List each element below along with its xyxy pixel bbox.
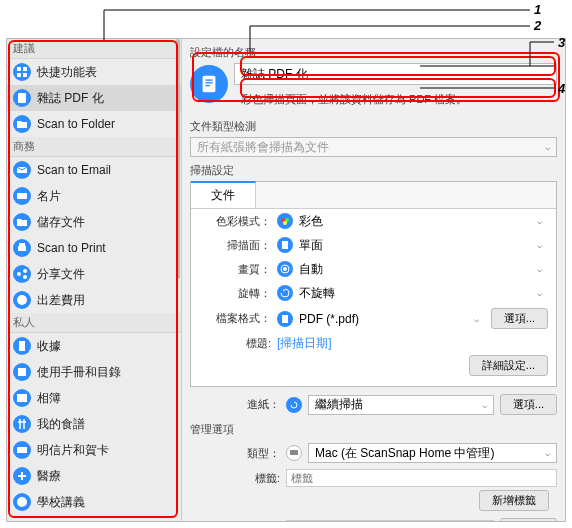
- sidebar-item-magazine-pdf[interactable]: 雜誌 PDF 化: [7, 85, 181, 111]
- sidebar-item-save-doc[interactable]: 儲存文件: [7, 209, 181, 235]
- profile-icon[interactable]: [190, 65, 228, 103]
- svg-point-12: [17, 295, 27, 305]
- svg-rect-4: [18, 93, 26, 103]
- manage-label: 管理選項: [190, 422, 557, 437]
- color-mode-label: 色彩模式：: [199, 214, 271, 229]
- rotate-label: 旋轉：: [199, 286, 271, 301]
- browse-button[interactable]: 瀏覽...: [500, 518, 557, 521]
- profile-name-input[interactable]: [234, 63, 557, 85]
- sidebar-item-recipe[interactable]: 我的食譜: [7, 411, 181, 437]
- sidebar-item-manual[interactable]: 使用手冊和目錄: [7, 359, 181, 385]
- tag-input[interactable]: [286, 469, 557, 487]
- sidebar-item-receipt[interactable]: 收據: [7, 333, 181, 359]
- callout-num-1: 1: [534, 2, 541, 17]
- svg-point-10: [23, 269, 27, 273]
- sidebar-item-expense[interactable]: 出差費用: [7, 287, 181, 313]
- scrollbar[interactable]: [175, 39, 181, 521]
- school-icon: [13, 493, 31, 511]
- mail-icon: [13, 161, 31, 179]
- title-link[interactable]: [掃描日期]: [277, 335, 332, 352]
- format-label: 檔案格式：: [199, 311, 271, 326]
- svg-point-26: [283, 267, 287, 271]
- sidebar-item-school[interactable]: 學校講義: [7, 489, 181, 515]
- sidebar-item-card[interactable]: 名片: [7, 183, 181, 209]
- sidebar-item-album[interactable]: 相簿: [7, 385, 181, 411]
- add-tag-button[interactable]: 新增標籤: [479, 490, 549, 511]
- side-combo[interactable]: 單面⌵: [299, 236, 548, 254]
- save-path-input[interactable]: [286, 520, 494, 522]
- svg-rect-14: [17, 394, 27, 402]
- sidebar-item-label: 相簿: [37, 390, 61, 407]
- rotate-icon: [277, 285, 293, 301]
- scan-settings-label: 掃描設定: [190, 163, 557, 178]
- sidebar-item-quickmenu[interactable]: 快捷功能表: [7, 59, 181, 85]
- sidebar: 建議 快捷功能表 雜誌 PDF 化 Scan to Folder 商務 Scan…: [7, 39, 182, 521]
- svg-rect-27: [282, 315, 288, 323]
- sidebar-item-scan-print[interactable]: Scan to Print: [7, 235, 181, 261]
- svg-rect-0: [17, 67, 21, 71]
- sidebar-item-postcard[interactable]: 明信片和賀卡: [7, 437, 181, 463]
- sidebar-item-scan-folder[interactable]: Scan to Folder: [7, 111, 181, 137]
- sidebar-item-label: 明信片和賀卡: [37, 442, 109, 459]
- svg-rect-15: [17, 447, 27, 453]
- fork-icon: [13, 415, 31, 433]
- sidebar-item-label: 醫療: [37, 468, 61, 485]
- sidebar-group-personal: 私人: [7, 313, 181, 333]
- side-label: 掃描面：: [199, 238, 271, 253]
- sidebar-item-label: 雜誌 PDF 化: [37, 90, 104, 107]
- svg-point-11: [23, 275, 27, 279]
- grid-icon: [13, 63, 31, 81]
- callout-num-3: 3: [558, 35, 565, 50]
- color-icon: [277, 213, 293, 229]
- sidebar-item-label: Scan to Email: [37, 163, 111, 177]
- feed-options-button[interactable]: 選項...: [500, 394, 557, 415]
- sidebar-item-medical[interactable]: 醫療: [7, 463, 181, 489]
- sidebar-item-label: 使用手冊和目錄: [37, 364, 121, 381]
- rotate-combo[interactable]: 不旋轉⌵: [299, 284, 548, 302]
- svg-rect-1: [23, 67, 27, 71]
- svg-rect-18: [205, 79, 212, 80]
- sidebar-item-scan-email[interactable]: Scan to Email: [7, 157, 181, 183]
- svg-rect-28: [290, 450, 298, 455]
- share-icon: [13, 265, 31, 283]
- sidebar-item-label: Scan to Folder: [37, 117, 115, 131]
- folder-icon: [13, 115, 31, 133]
- sidebar-item-label: 我的食譜: [37, 416, 85, 433]
- scan-settings-box: 文件 色彩模式： 彩色⌵ 掃描面： 單面⌵ 畫質： 自動⌵ 旋轉： 不旋轉⌵: [190, 181, 557, 387]
- photo-icon: [13, 389, 31, 407]
- svg-rect-19: [205, 82, 212, 83]
- sidebar-group-business: 商務: [7, 137, 181, 157]
- title-label: 標題:: [199, 336, 271, 351]
- medical-icon: [13, 467, 31, 485]
- doc-detect-combo[interactable]: 所有紙張將會掃描為文件 ⌵: [190, 137, 557, 157]
- sidebar-item-label: 分享文件: [37, 266, 85, 283]
- postcard-icon: [13, 441, 31, 459]
- feed-combo[interactable]: 繼續掃描⌵: [308, 395, 494, 415]
- chevron-down-icon: ⌵: [545, 142, 550, 152]
- svg-rect-2: [17, 73, 21, 77]
- svg-rect-24: [282, 241, 288, 249]
- receipt-icon: [13, 337, 31, 355]
- detail-settings-button[interactable]: 詳細設定...: [469, 355, 548, 376]
- format-combo[interactable]: PDF (*.pdf)⌵: [299, 310, 485, 328]
- color-mode-combo[interactable]: 彩色⌵: [299, 212, 548, 230]
- svg-rect-13: [19, 341, 25, 351]
- svg-rect-8: [19, 243, 25, 246]
- sidebar-item-label: Scan to Print: [37, 241, 106, 255]
- format-options-button[interactable]: 選項...: [491, 308, 548, 329]
- card-icon: [13, 187, 31, 205]
- type-combo[interactable]: Mac (在 ScanSnap Home 中管理)⌵: [308, 443, 557, 463]
- tab-document[interactable]: 文件: [191, 181, 256, 208]
- sidebar-item-share[interactable]: 分享文件: [7, 261, 181, 287]
- sidebar-item-label: 收據: [37, 338, 61, 355]
- sidebar-item-label: 學校講義: [37, 494, 85, 511]
- svg-point-23: [283, 221, 287, 225]
- sidebar-item-label: 名片: [37, 188, 61, 205]
- svg-rect-20: [205, 85, 210, 86]
- svg-rect-17: [203, 76, 216, 93]
- quality-combo[interactable]: 自動⌵: [299, 260, 548, 278]
- mac-icon: [286, 445, 302, 461]
- page-icon: [277, 237, 293, 253]
- type-label: 類型：: [190, 446, 280, 461]
- sidebar-item-label: 出差費用: [37, 292, 85, 309]
